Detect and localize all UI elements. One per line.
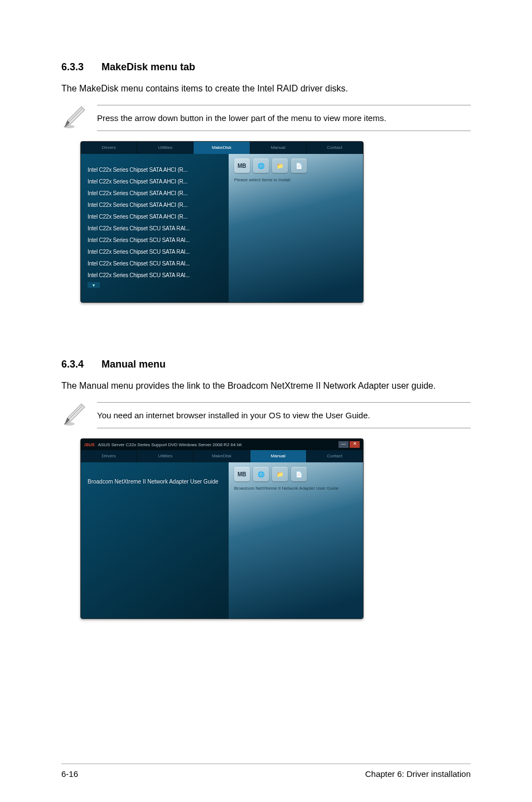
note-block-2: You need an internet browser installed i… bbox=[61, 402, 471, 428]
tab-contact[interactable]: Contact bbox=[307, 450, 363, 462]
right-hint-text: Please select items to install. bbox=[234, 177, 357, 183]
pencil-note-icon bbox=[61, 105, 87, 131]
list-item[interactable]: Intel C22x Series Chipset SATA AHCI (R..… bbox=[88, 176, 224, 187]
right-info-panel: MB 🌐 📁 📄 Please select items to install. bbox=[229, 154, 363, 302]
close-button[interactable]: ✕ bbox=[350, 441, 360, 448]
section-heading-6-3-3: 6.3.3 MakeDisk menu tab bbox=[61, 61, 471, 73]
window-titlebar: /SUS ASUS Server C22x Series Support DVD… bbox=[81, 439, 363, 450]
tabs-bar: Drivers Utilities MakeDisk Manual Contac… bbox=[81, 450, 363, 462]
manual-item-broadcom[interactable]: Broadcom NetXtreme II Network Adapter Us… bbox=[88, 478, 224, 485]
folder-icon[interactable]: 📁 bbox=[272, 158, 288, 173]
section-number: 6.3.4 bbox=[61, 359, 84, 370]
manual-screenshot: /SUS ASUS Server C22x Series Support DVD… bbox=[80, 438, 364, 619]
list-item[interactable]: Intel C22x Series Chipset SATA AHCI (R..… bbox=[88, 187, 224, 199]
list-item[interactable]: Intel C22x Series Chipset SATA AHCI (R..… bbox=[88, 211, 224, 223]
right-info-panel: MB 🌐 📁 📄 Broadcom NetXtreme II Network A… bbox=[229, 462, 363, 619]
tab-makedisk[interactable]: MakeDisk bbox=[194, 142, 250, 154]
chapter-label: Chapter 6: Driver installation bbox=[365, 769, 471, 779]
tab-drivers[interactable]: Drivers bbox=[81, 142, 137, 154]
section-title: Manual menu bbox=[101, 359, 166, 370]
list-item[interactable]: Intel C22x Series Chipset SCU SATA RAI..… bbox=[88, 223, 224, 234]
titlebar-text: ASUS Server C22x Series Support DVD Wind… bbox=[98, 442, 241, 447]
globe-icon[interactable]: 🌐 bbox=[253, 158, 269, 173]
tab-makedisk[interactable]: MakeDisk bbox=[194, 450, 250, 462]
right-hint-text: Broadcom NetXtreme II Network Adapter Us… bbox=[234, 486, 357, 491]
list-item[interactable]: Intel C22x Series Chipset SCU SATA RAI..… bbox=[88, 246, 224, 258]
driver-list: Intel C22x Series Chipset SATA AHCI (R..… bbox=[88, 164, 224, 281]
section-title: MakeDisk menu tab bbox=[101, 61, 195, 73]
globe-icon[interactable]: 🌐 bbox=[253, 467, 269, 481]
tab-manual[interactable]: Manual bbox=[250, 142, 307, 154]
tab-utilities[interactable]: Utilities bbox=[137, 142, 194, 154]
scroll-down-arrow[interactable]: ▾ bbox=[88, 282, 100, 288]
tab-utilities[interactable]: Utilities bbox=[137, 450, 194, 462]
pencil-note-icon bbox=[61, 402, 87, 428]
section1-intro: The MakeDisk menu contains items to crea… bbox=[61, 82, 471, 95]
section2-intro: The Manual menu provides the link to the… bbox=[61, 379, 471, 392]
tab-contact[interactable]: Contact bbox=[307, 142, 363, 154]
toolbar-icons: MB 🌐 📁 📄 bbox=[234, 467, 357, 481]
note-block-1: Press the arrow down button in the lower… bbox=[61, 105, 471, 131]
list-item[interactable]: Intel C22x Series Chipset SCU SATA RAI..… bbox=[88, 234, 224, 246]
document-icon[interactable]: 📄 bbox=[291, 467, 307, 481]
page-number: 6-16 bbox=[61, 769, 78, 779]
svg-line-7 bbox=[69, 405, 83, 419]
list-item[interactable]: Intel C22x Series Chipset SCU SATA RAI..… bbox=[88, 258, 224, 269]
list-item[interactable]: Intel C22x Series Chipset SCU SATA RAI..… bbox=[88, 269, 224, 281]
list-item[interactable]: Intel C22x Series Chipset SATA AHCI (R..… bbox=[88, 199, 224, 211]
driver-list-panel: Intel C22x Series Chipset SATA AHCI (R..… bbox=[81, 154, 229, 302]
mb-icon[interactable]: MB bbox=[234, 158, 250, 173]
svg-line-3 bbox=[69, 108, 83, 122]
document-icon[interactable]: 📄 bbox=[291, 158, 307, 173]
footer-divider bbox=[61, 764, 471, 764]
list-item[interactable]: Intel C22x Series Chipset SATA AHCI (R..… bbox=[88, 164, 224, 176]
mb-icon[interactable]: MB bbox=[234, 467, 250, 481]
tabs-bar: Drivers Utilities MakeDisk Manual Contac… bbox=[81, 142, 363, 154]
manual-list-panel: Broadcom NetXtreme II Network Adapter Us… bbox=[81, 462, 229, 619]
folder-icon[interactable]: 📁 bbox=[272, 467, 288, 481]
section-number: 6.3.3 bbox=[61, 61, 84, 73]
asus-logo: /SUS bbox=[84, 442, 95, 447]
toolbar-icons: MB 🌐 📁 📄 bbox=[234, 158, 357, 173]
page-footer: 6-16 Chapter 6: Driver installation bbox=[61, 769, 471, 779]
note-content-1: Press the arrow down button in the lower… bbox=[97, 105, 471, 131]
note-content-2: You need an internet browser installed i… bbox=[97, 402, 471, 428]
minimize-button[interactable]: — bbox=[338, 441, 349, 448]
section-heading-6-3-4: 6.3.4 Manual menu bbox=[61, 359, 471, 370]
makedisk-screenshot: Drivers Utilities MakeDisk Manual Contac… bbox=[80, 141, 364, 303]
tab-manual[interactable]: Manual bbox=[250, 450, 307, 462]
tab-drivers[interactable]: Drivers bbox=[81, 450, 137, 462]
